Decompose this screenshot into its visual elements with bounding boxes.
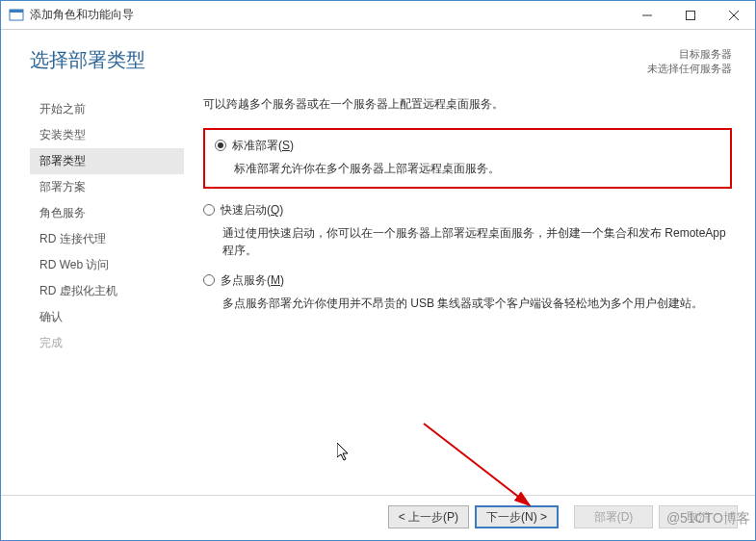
svg-rect-1 [10, 10, 23, 13]
svg-rect-3 [686, 11, 694, 19]
maximize-button[interactable] [668, 1, 712, 29]
nav-before-begin[interactable]: 开始之前 [30, 96, 184, 122]
option-quick[interactable]: 快速启动(Q) 通过使用快速启动，你可以在一个服务器上部署远程桌面服务，并创建一… [203, 202, 732, 259]
watermark: @51CTO博客 [666, 510, 750, 528]
option-quick-desc: 通过使用快速启动，你可以在一个服务器上部署远程桌面服务，并创建一个集合和发布 R… [222, 224, 732, 259]
option-standard-label: 标准部署(S) [232, 138, 294, 154]
nav-complete: 完成 [30, 330, 184, 356]
deploy-button: 部署(D) [574, 505, 653, 528]
target-value: 未选择任何服务器 [647, 62, 732, 76]
main-panel: 可以跨越多个服务器或在一个服务器上配置远程桌面服务。 标准部署(S) 标准部署允… [184, 92, 732, 495]
minimize-button[interactable] [625, 1, 668, 29]
nav-rd-virtualization-host[interactable]: RD 虚拟化主机 [30, 278, 184, 304]
radio-quick[interactable] [203, 204, 215, 216]
nav-rd-connection-broker[interactable]: RD 连接代理 [30, 226, 184, 252]
prev-button[interactable]: < 上一步(P) [388, 505, 469, 528]
nav-confirm[interactable]: 确认 [30, 304, 184, 330]
app-icon [9, 8, 24, 23]
option-quick-head[interactable]: 快速启动(Q) [203, 202, 732, 219]
target-server-info: 目标服务器 未选择任何服务器 [647, 47, 732, 77]
window-controls [625, 1, 755, 29]
wizard-window: 添加角色和功能向导 选择部署类型 目标服务器 未选择任何服务器 开始之前 安装 [0, 0, 756, 541]
body: 开始之前 安装类型 部署类型 部署方案 角色服务 RD 连接代理 RD Web … [1, 85, 755, 495]
window-title: 添加角色和功能向导 [30, 7, 625, 23]
nav-rd-web-access[interactable]: RD Web 访问 [30, 252, 184, 278]
footer: < 上一步(P) 下一步(N) > 部署(D) 取消 [1, 495, 755, 540]
option-standard[interactable]: 标准部署(S) 标准部署允许你在多个服务器上部署远程桌面服务。 [215, 138, 720, 177]
nav-deploy-type[interactable]: 部署类型 [30, 148, 184, 174]
option-multipoint-label: 多点服务(M) [221, 272, 284, 289]
option-multipoint[interactable]: 多点服务(M) 多点服务部署允许你使用并不昂贵的 USB 集线器或零个客户端设备… [203, 272, 732, 312]
option-standard-head[interactable]: 标准部署(S) [215, 138, 720, 154]
titlebar: 添加角色和功能向导 [1, 1, 755, 30]
next-button[interactable]: 下一步(N) > [475, 505, 559, 528]
target-label: 目标服务器 [647, 47, 732, 62]
radio-multipoint[interactable] [203, 274, 215, 286]
close-button[interactable] [712, 1, 755, 29]
option-standard-desc: 标准部署允许你在多个服务器上部署远程桌面服务。 [234, 160, 720, 177]
intro-text: 可以跨越多个服务器或在一个服务器上配置远程桌面服务。 [203, 96, 732, 113]
radio-standard[interactable] [215, 140, 226, 151]
option-standard-highlight: 标准部署(S) 标准部署允许你在多个服务器上部署远程桌面服务。 [203, 128, 732, 189]
header: 选择部署类型 目标服务器 未选择任何服务器 [1, 30, 755, 85]
nav-install-type[interactable]: 安装类型 [30, 122, 184, 148]
content: 选择部署类型 目标服务器 未选择任何服务器 开始之前 安装类型 部署类型 部署方… [1, 30, 755, 540]
nav-role-services[interactable]: 角色服务 [30, 200, 184, 226]
option-multipoint-desc: 多点服务部署允许你使用并不昂贵的 USB 集线器或零个客户端设备轻松地为多个用户… [222, 295, 732, 312]
option-quick-label: 快速启动(Q) [221, 202, 283, 219]
sidebar: 开始之前 安装类型 部署类型 部署方案 角色服务 RD 连接代理 RD Web … [1, 92, 184, 495]
option-multipoint-head[interactable]: 多点服务(M) [203, 272, 732, 289]
page-title: 选择部署类型 [30, 47, 647, 73]
nav-deploy-scenario[interactable]: 部署方案 [30, 174, 184, 200]
